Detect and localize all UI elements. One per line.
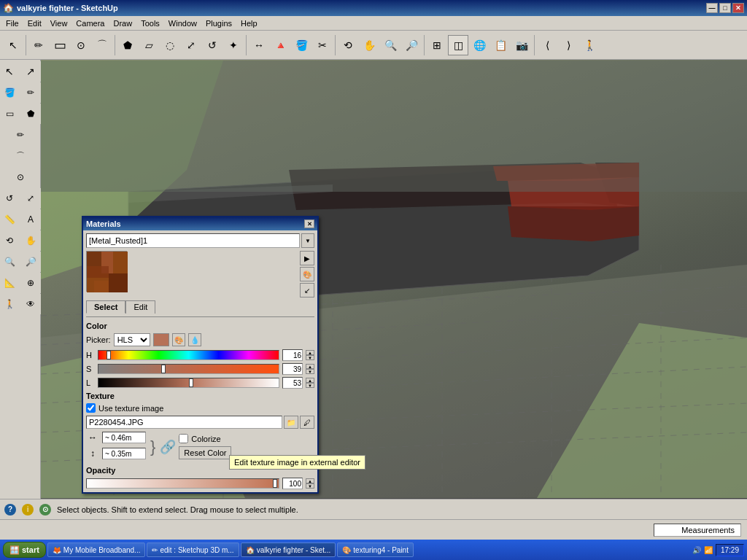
height-input[interactable]	[102, 448, 146, 459]
material-browse-button[interactable]: ▶	[300, 251, 314, 265]
next-view-button[interactable]: ⟩	[558, 35, 578, 55]
menu-help[interactable]: Help	[236, 18, 262, 29]
taskbar-item-broadband[interactable]: 🦊 My Mobile Broadband...	[47, 542, 146, 557]
start-button[interactable]: 🪟 start	[3, 542, 46, 558]
left-walk-tool[interactable]: 🚶	[0, 294, 20, 314]
menu-edit[interactable]: Edit	[23, 18, 46, 29]
opacity-value-input[interactable]	[282, 478, 303, 489]
sat-slider[interactable]	[98, 364, 279, 374]
left-circle-tool[interactable]: ⊙	[10, 167, 31, 187]
tab-select[interactable]: Select	[86, 300, 125, 314]
material-nav-button[interactable]: ▼	[301, 233, 314, 248]
select-tool[interactable]: ↖	[3, 35, 23, 55]
menu-file[interactable]: File	[1, 18, 23, 29]
left-axes-tool[interactable]: ⊕	[20, 273, 41, 293]
paint-bucket-tool[interactable]: 🪣	[291, 35, 311, 55]
picker-select[interactable]: HLS RGB HSB	[114, 333, 150, 346]
hue-slider[interactable]	[98, 350, 279, 360]
menu-window[interactable]: Window	[164, 18, 201, 29]
width-input[interactable]	[102, 432, 146, 443]
lum-value-input[interactable]	[282, 377, 303, 389]
hue-value-input[interactable]	[282, 349, 303, 361]
menu-camera[interactable]: Camera	[71, 18, 109, 29]
sat-up-button[interactable]: ▲	[306, 364, 314, 369]
zoom-tool[interactable]: 🔍	[380, 35, 400, 55]
material-picker-button[interactable]: 🎨	[300, 267, 314, 281]
opacity-up-button[interactable]: ▲	[306, 478, 314, 483]
texture-folder-button[interactable]: 📁	[284, 416, 298, 429]
menu-tools[interactable]: Tools	[136, 18, 164, 29]
lum-down-button[interactable]: ▼	[306, 383, 314, 388]
left-lookaround-tool[interactable]: 👁	[20, 294, 41, 314]
circle-icon[interactable]: ⊙	[39, 504, 51, 516]
taskbar-item-edit[interactable]: ✏ edit : Sketchup 3D m...	[147, 542, 239, 557]
chain-icon[interactable]: 🔗	[160, 439, 176, 455]
sat-value-input[interactable]	[282, 363, 303, 375]
left-orbit-tool[interactable]: ⟲	[0, 230, 20, 251]
left-rotate-tool[interactable]: ↺	[0, 188, 20, 209]
pencil-tool[interactable]: ✏	[28, 35, 49, 55]
hue-down-button[interactable]: ▼	[306, 355, 314, 360]
maximize-button[interactable]: □	[719, 3, 731, 13]
offset-tool[interactable]: ▱	[139, 35, 159, 55]
left-text-tool[interactable]: A	[20, 209, 41, 230]
use-texture-checkbox[interactable]	[86, 403, 96, 413]
left-tape-tool[interactable]: 📏	[0, 209, 20, 230]
tab-edit[interactable]: Edit	[125, 300, 155, 314]
left-eraser-tool[interactable]: ✏	[20, 82, 41, 103]
protractor-tool[interactable]: 🔺	[270, 35, 290, 55]
left-scale-tool[interactable]: ⤢	[20, 188, 41, 209]
arc-tool[interactable]: ⌒	[92, 35, 112, 55]
opacity-slider[interactable]	[86, 478, 279, 489]
rectangle-tool[interactable]: ▭	[50, 35, 70, 55]
pan-tool[interactable]: ✋	[359, 35, 379, 55]
eraser-tool[interactable]: ✂	[312, 35, 333, 55]
materials-tool[interactable]: ◫	[448, 35, 468, 55]
left-pan-tool[interactable]: ✋	[20, 230, 41, 251]
zoom-extents-tool[interactable]: 🔎	[401, 35, 422, 55]
eyedropper-button[interactable]: 🎨	[172, 333, 185, 346]
menu-plugins[interactable]: Plugins	[201, 18, 236, 29]
colorize-checkbox[interactable]	[179, 434, 188, 443]
taskbar-item-sketchup[interactable]: 🏠 valkyrie fighter - Sket...	[241, 542, 336, 557]
material-name-input[interactable]	[86, 233, 300, 248]
texture-edit-button[interactable]: 🖊	[300, 416, 314, 429]
left-zoom-tool[interactable]: 🔍	[0, 252, 20, 272]
texture-filename-input[interactable]	[86, 416, 282, 429]
move-tool[interactable]: ✦	[223, 35, 244, 55]
push-pull-tool[interactable]: ⬟	[117, 35, 138, 55]
viewport[interactable]: Materials ✕ ▼	[41, 60, 747, 499]
left-arc-tool[interactable]: ⌒	[10, 146, 31, 166]
left-rect-tool[interactable]: ▭	[0, 104, 20, 124]
walk-tool[interactable]: 🚶	[579, 35, 600, 55]
circle-tool[interactable]: ⊙	[71, 35, 91, 55]
left-zoomext-tool[interactable]: 🔎	[20, 252, 41, 272]
minimize-button[interactable]: —	[706, 3, 718, 13]
prev-view-button[interactable]: ⟨	[537, 35, 557, 55]
lock-icon[interactable]: }	[150, 438, 155, 456]
sat-down-button[interactable]: ▼	[306, 369, 314, 374]
opacity-down-button[interactable]: ▼	[306, 483, 314, 489]
styles-tool[interactable]: 🌐	[469, 35, 489, 55]
color-picker-button[interactable]: 💧	[188, 333, 201, 346]
lum-up-button[interactable]: ▲	[306, 378, 314, 383]
color-swatch[interactable]	[153, 333, 169, 346]
help-icon[interactable]: ?	[4, 504, 16, 516]
left-paint-tool[interactable]: 🪣	[0, 82, 20, 103]
orbit-tool[interactable]: ⟲	[338, 35, 358, 55]
rotate-tool[interactable]: ↺	[202, 35, 222, 55]
hue-up-button[interactable]: ▲	[306, 350, 314, 355]
follow-me-tool[interactable]: ◌	[160, 35, 180, 55]
left-select2-tool[interactable]: ↗	[20, 61, 41, 82]
left-line-tool[interactable]: ✏	[10, 125, 31, 145]
components-tool[interactable]: ⊞	[427, 35, 447, 55]
reset-color-button[interactable]: Reset Color	[179, 446, 231, 459]
materials-close-button[interactable]: ✕	[304, 219, 314, 228]
scenes-tool[interactable]: 📷	[511, 35, 532, 55]
left-select-tool[interactable]: ↖	[0, 61, 20, 82]
left-measure-tool[interactable]: 📐	[0, 273, 20, 293]
menu-draw[interactable]: Draw	[109, 18, 136, 29]
layers-tool[interactable]: 📋	[490, 35, 511, 55]
lum-slider[interactable]	[98, 378, 279, 388]
scale-tool[interactable]: ⤢	[181, 35, 201, 55]
